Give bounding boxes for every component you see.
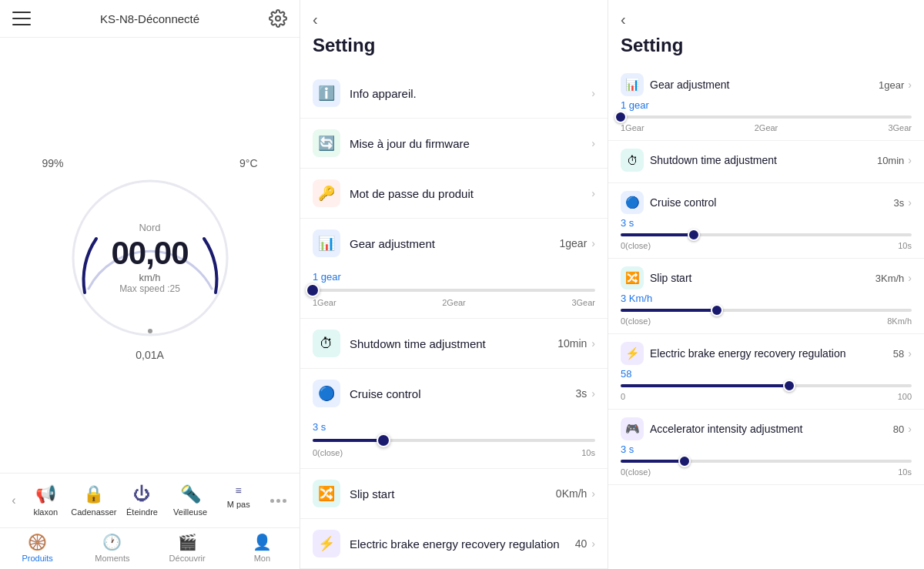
action-klaxon[interactable]: 📢 klaxon [22,481,70,520]
slip-label: Slip start [350,487,556,500]
lock-label: Cadenasser [71,507,116,517]
settings-icon[interactable] [269,9,287,28]
brake-energy-group: ⚡ Electric brake energy recovery regulat… [300,519,608,569]
right-brake-fill [621,384,789,387]
svg-point-2 [148,329,152,333]
right-settings-list: 📊 Gear adjustment 1gear › 1 gear 1Gear 2… [608,65,924,569]
right-slip-label: Slip start [650,272,875,284]
gear-chevron: › [591,237,595,249]
right-cruise-slider[interactable] [621,233,912,236]
temperature-stat: 9°C [239,157,258,169]
light-icon: 🔦 [180,484,201,504]
info-row[interactable]: ℹ️ Info appareil. › [300,69,608,118]
rg-label-1: 1Gear [621,123,644,132]
cruise-icon-wrap: 🔵 [313,380,340,407]
shutdown-value: 10min [557,337,587,350]
moments-label: Moments [95,554,129,563]
right-accel-row[interactable]: 🎮 Accelerator intensity adjustment 80 › [621,417,912,440]
cruise-row[interactable]: 🔵 Cruise control 3s › [300,369,608,418]
nav-mon[interactable]: 👤 Mon [225,533,300,563]
right-brake-thumb [783,380,795,392]
brake-energy-value: 40 [575,537,588,550]
decouvrir-icon: 🎬 [178,533,197,551]
password-group: 🔑 Mot de passe du produit › [300,169,608,219]
brake-energy-chevron: › [591,537,595,550]
cruise-slider-fill [313,439,383,442]
hamburger-icon[interactable] [12,12,31,25]
max-speed: Max speed :25 [111,283,188,294]
right-brake-icon: ⚡ [621,342,644,365]
action-power[interactable]: ⏻ Éteindre [118,481,166,520]
right-cruise-value: 3s [894,197,905,209]
produits-icon: 🛞 [28,533,47,551]
gear-icon-wrap: 📊 [313,229,340,257]
slip-chevron: › [591,487,595,500]
klaxon-icon: 📢 [35,484,56,504]
nav-produits[interactable]: 🛞 Produits [0,533,75,563]
right-panel: ‹ Setting 📊 Gear adjustment 1gear › 1 ge… [608,0,924,569]
firmware-row[interactable]: 🔄 Mise à jour du firmware › [300,119,608,168]
right-slip-labels: 0(close) 8Km/h [621,316,912,326]
right-cruise-group: 🔵 Cruise control 3s › 3 s 0(close) 10s [608,183,924,259]
right-slip-row[interactable]: 🔀 Slip start 3Km/h › [621,266,912,290]
right-cruise-thumb [688,229,700,241]
middle-title: Setting [300,28,608,69]
password-chevron: › [591,187,595,199]
right-gear-slider-val: 1 gear [621,99,912,111]
action-more-item[interactable]: ≡ M pas [214,481,263,520]
gear-row[interactable]: 📊 Gear adjustment 1gear › [300,219,608,268]
gear-group: 📊 Gear adjustment 1gear › 1 gear 1Gear 2… [300,219,608,319]
rb-label-min: 0 [621,392,625,401]
password-row[interactable]: 🔑 Mot de passe du produit › [300,169,608,218]
right-accel-slider[interactable] [621,460,912,463]
gear-slider-thumb [306,283,320,297]
middle-back-button[interactable]: ‹ [313,11,318,28]
right-gear-row[interactable]: 📊 Gear adjustment 1gear › [621,73,912,96]
cruise-label: Cruise control [350,387,576,400]
middle-panel: ‹ Setting ℹ️ Info appareil. › 🔄 Mise à j… [300,0,608,569]
rg-label-3: 3Gear [888,123,912,132]
app-title: KS-N8-Déconnecté [100,12,199,25]
right-brake-row[interactable]: ⚡ Electric brake energy recovery regulat… [621,342,912,365]
right-header: ‹ [608,0,924,28]
more-dots [270,499,286,503]
shutdown-group: ⏱ Shutdown time adjustment 10min › [300,319,608,369]
nav-decouvrir[interactable]: 🎬 Découvrir [150,533,225,563]
right-cruise-slider-val: 3 s [621,217,912,229]
right-shutdown-row[interactable]: ⏱ Shutdown time adjustment 10min › [621,149,912,172]
right-brake-slider[interactable] [621,384,912,387]
mon-icon: 👤 [253,533,272,551]
right-shutdown-value: 10min [877,155,904,166]
ra-label-min: 0(close) [621,467,651,477]
info-label: Info appareil. [350,87,591,100]
rs-label-min: 0(close) [621,316,651,326]
gear-slider-section: 1 gear 1Gear 2Gear 3Gear [300,268,608,318]
right-back-button[interactable]: ‹ [621,11,626,28]
cruise-slider-section: 3 s 0(close) 10s [300,418,608,468]
info-group: ℹ️ Info appareil. › [300,69,608,119]
cruise-slider-current: 3 s [313,421,595,433]
right-cruise-row[interactable]: 🔵 Cruise control 3s › [621,191,912,214]
right-gear-slider[interactable] [621,115,912,119]
right-shutdown-chevron: › [908,154,912,166]
right-accel-labels: 0(close) 10s [621,467,912,477]
slip-row[interactable]: 🔀 Slip start 0Km/h › [300,469,608,518]
action-lock[interactable]: 🔒 Cadenasser [70,481,119,520]
right-accel-value: 80 [893,423,904,435]
action-more [263,499,293,503]
right-accel-icon: 🎮 [621,417,644,440]
brake-energy-row[interactable]: ⚡ Electric brake energy recovery regulat… [300,519,608,568]
shutdown-row[interactable]: ⏱ Shutdown time adjustment 10min › [300,319,608,368]
right-slip-slider-val: 3 Km/h [621,293,912,304]
rg-label-2: 2Gear [755,123,778,132]
collapse-button[interactable]: ‹ [6,485,22,516]
gear-slider-track[interactable] [313,289,595,292]
firmware-group: 🔄 Mise à jour du firmware › [300,119,608,169]
right-cruise-chevron: › [908,196,912,209]
right-slip-slider[interactable] [621,309,912,312]
right-slip-fill [621,309,717,312]
action-light[interactable]: 🔦 Veilleuse [166,481,215,520]
nav-moments[interactable]: 🕐 Moments [75,533,149,563]
cruise-slider-track[interactable] [313,439,595,442]
right-title: Setting [608,28,924,65]
